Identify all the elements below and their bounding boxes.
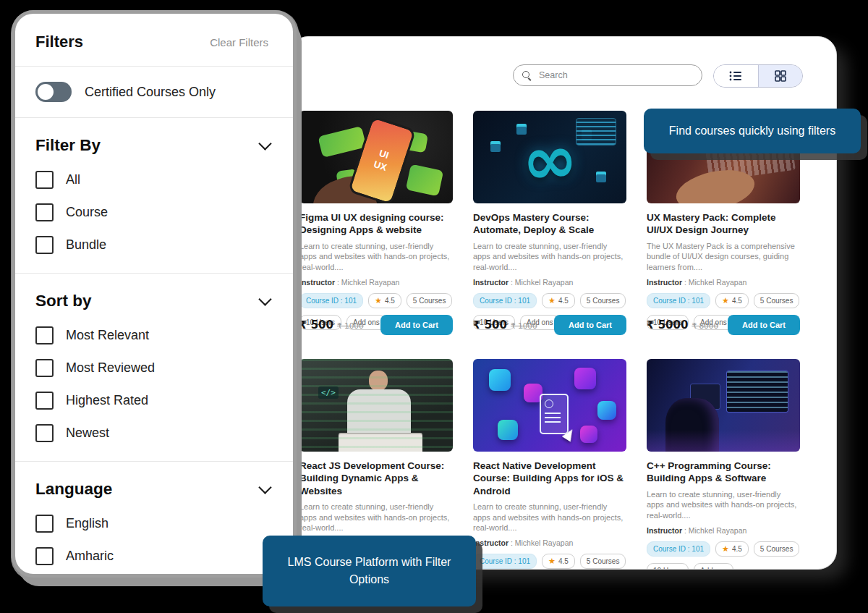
filter-section-header[interactable]: Sort by — [15, 274, 293, 322]
course-id-badge: Course ID : 101 — [473, 293, 537, 308]
filter-section: Language English Amharic — [15, 462, 293, 578]
platform-callout-text: LMS Course Platform with Filter Options — [277, 554, 461, 588]
filter-section-header[interactable]: Filter By — [15, 118, 293, 166]
course-old-price: ₹ 1000 — [511, 321, 537, 330]
list-icon — [729, 70, 742, 82]
course-image — [647, 359, 800, 452]
course-image: ∞ — [473, 111, 626, 203]
course-price: ₹ 500 — [299, 318, 333, 331]
courses-count-badge: 5 Courses — [580, 554, 626, 569]
courses-count-badge: 5 Courses — [407, 293, 453, 308]
courses-count-badge: 5 Courses — [754, 541, 800, 557]
course-id-badge: Course ID : 101 — [299, 293, 363, 308]
course-title: Figma UI UX designing course: Designing … — [299, 211, 453, 237]
search-box[interactable] — [513, 64, 702, 86]
filter-option[interactable]: Course — [35, 203, 273, 221]
users-badge: 10 Users — [647, 563, 689, 570]
filters-callout-text: Find courses quickly using filters — [669, 122, 835, 140]
rating-badge: ★4.5 — [368, 293, 401, 308]
star-icon: ★ — [548, 557, 556, 565]
rating-badge: ★4.5 — [715, 541, 749, 557]
filter-section-title: Filter By — [35, 136, 101, 155]
certified-toggle[interactable] — [35, 82, 72, 102]
badge-row: Course ID : 101 ★4.5 5 Courses — [647, 541, 800, 557]
filter-option-label: Most Reviewed — [66, 360, 155, 376]
filter-option[interactable]: English — [35, 515, 273, 533]
course-instructor: Instructor : Michkel Rayapan — [299, 278, 453, 287]
search-input[interactable] — [537, 69, 693, 81]
add-to-cart-button[interactable]: Add to Cart — [728, 315, 800, 335]
filter-option[interactable]: Newest — [35, 424, 273, 442]
star-icon: ★ — [548, 297, 556, 305]
checkbox[interactable] — [35, 359, 54, 377]
course-description: Learn to create stunning, user-friendly … — [299, 241, 453, 274]
courses-count-badge: 5 Courses — [580, 293, 626, 308]
course-id-badge: Course ID : 101 — [647, 541, 710, 557]
list-view-button[interactable] — [714, 65, 758, 87]
rating-badge: ★4.5 — [542, 293, 575, 308]
checkbox[interactable] — [35, 515, 54, 533]
price-group: ₹ 500₹ 1000 — [473, 318, 537, 331]
filters-header: Filters Clear Filters — [15, 14, 293, 66]
add-to-cart-button[interactable]: Add to Cart — [380, 315, 453, 335]
filter-option[interactable]: All — [35, 171, 273, 189]
course-title: DevOps Mastery Course: Automate, Deploy … — [473, 211, 626, 237]
checkbox[interactable] — [35, 236, 54, 254]
course-instructor: Instructor : Michkel Rayapan — [473, 538, 626, 547]
certified-toggle-label: Certified Courses Only — [85, 85, 216, 100]
filter-option[interactable]: Bundle — [35, 236, 273, 254]
search-icon — [522, 71, 532, 80]
checkbox[interactable] — [35, 424, 54, 442]
dashboard-graphic — [576, 118, 616, 145]
filter-options: Most Relevant Most Reviewed Highest Rate… — [15, 322, 293, 461]
course-card[interactable]: React Native Development Course: Buildin… — [473, 359, 626, 570]
course-image: </> — [299, 359, 453, 452]
filter-sections: Filter By All Course Bundle Sort by Most… — [15, 118, 293, 578]
star-icon: ★ — [722, 297, 729, 305]
checkbox[interactable] — [35, 203, 54, 221]
course-image — [473, 359, 626, 452]
checkbox[interactable] — [35, 171, 54, 189]
course-instructor: Instructor : Michkel Rayapan — [647, 278, 800, 287]
filters-title: Filters — [35, 33, 83, 51]
filter-section-title: Language — [35, 480, 112, 499]
filter-section-title: Sort by — [35, 292, 92, 310]
add-to-cart-button[interactable]: Add to Cart — [554, 315, 626, 335]
star-icon: ★ — [375, 297, 382, 305]
badge-row: Course ID : 101 ★4.5 5 Courses — [473, 293, 626, 308]
filters-callout: Find courses quickly using filters — [644, 109, 861, 153]
badge-row: 10 Users Add ons — [647, 563, 800, 570]
clear-filters-button[interactable]: Clear Filters — [205, 35, 273, 49]
filter-option[interactable]: Highest Rated — [35, 392, 273, 410]
filter-section-header[interactable]: Language — [15, 462, 293, 510]
grid-icon — [775, 70, 786, 82]
course-instructor: Instructor : Michkel Rayapan — [473, 278, 626, 287]
price-row: ₹ 500₹ 1000 Add to Cart — [299, 315, 453, 335]
course-description: Learn to create stunning, user-friendly … — [473, 502, 626, 534]
filter-section: Filter By All Course Bundle — [15, 118, 293, 274]
chevron-down-icon — [258, 292, 271, 305]
filter-options: All Course Bundle — [15, 166, 293, 273]
chevron-down-icon — [258, 481, 271, 494]
filter-option[interactable]: Most Relevant — [35, 326, 273, 344]
checkbox[interactable] — [35, 547, 54, 565]
course-card[interactable]: UI UX Figma UI UX designing course: Desi… — [299, 111, 453, 335]
filter-option-label: Highest Rated — [66, 393, 148, 408]
course-card[interactable]: ∞ DevOps Mastery Course: Automate, Deplo… — [473, 111, 626, 335]
checkbox[interactable] — [35, 392, 54, 410]
certified-toggle-row: Certified Courses Only — [15, 67, 293, 117]
course-description: The UX Mastery Pack is a comprehensive b… — [647, 241, 800, 274]
filter-option[interactable]: Amharic — [35, 547, 273, 565]
filter-option[interactable]: Most Reviewed — [35, 359, 273, 377]
badge-row: Course ID : 101 ★4.5 5 Courses — [473, 554, 626, 569]
course-card[interactable]: C++ Programming Course: Building Apps & … — [647, 359, 800, 570]
grid-view-button[interactable] — [758, 65, 803, 87]
rating-badge: ★4.5 — [542, 554, 575, 569]
badge-row: Course ID : 101 ★4.5 5 Courses — [647, 293, 800, 308]
filters-panel: Filters Clear Filters Certified Courses … — [12, 10, 297, 578]
infinity-icon: ∞ — [520, 126, 580, 196]
checkbox[interactable] — [35, 326, 54, 344]
rating-badge: ★4.5 — [715, 293, 749, 308]
addons-badge: Add ons — [694, 563, 733, 570]
view-toggle — [713, 64, 803, 88]
